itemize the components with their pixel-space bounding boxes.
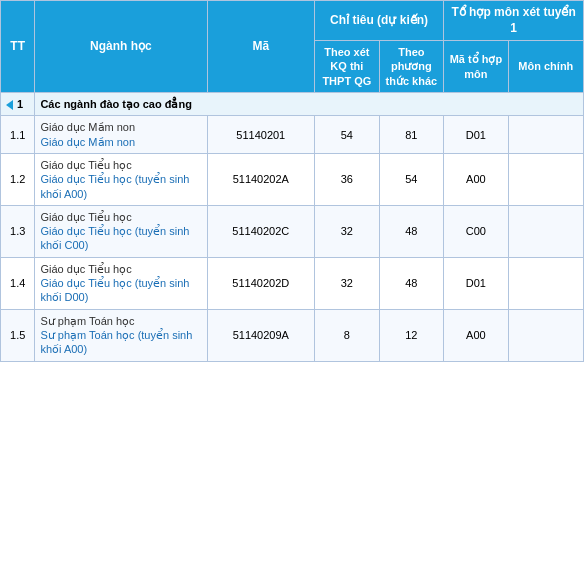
theo-phuong-thuc-cell: 48	[379, 257, 444, 309]
tt-cell: 1.2	[1, 153, 35, 205]
theo-phuong-thuc-cell: 12	[379, 309, 444, 361]
main-table: TT Ngành học Mã Chỉ tiêu (dự kiến) Tổ hợ…	[0, 0, 584, 362]
theo-xet-cell: 32	[315, 205, 380, 257]
theo-phuong-thuc-cell: 81	[379, 116, 444, 154]
nganh-link-text[interactable]: Giáo dục Tiểu học (tuyển sinh khối A00)	[40, 172, 201, 201]
header-nganh-hoc: Ngành học	[35, 1, 207, 93]
table-row: 1.1Giáo dục Mầm nonGiáo dục Mầm non51140…	[1, 116, 584, 154]
table-row: 1.3Giáo dục Tiểu họcGiáo dục Tiểu học (t…	[1, 205, 584, 257]
table-row: 1.4Giáo dục Tiểu họcGiáo dục Tiểu học (t…	[1, 257, 584, 309]
mon-chinh-cell	[508, 257, 583, 309]
ma-to-hop-cell: D01	[444, 116, 509, 154]
nganh-cell: Giáo dục Tiểu họcGiáo dục Tiểu học (tuyể…	[35, 205, 207, 257]
nganh-link-text[interactable]: Sư phạm Toán học (tuyển sinh khối A00)	[40, 328, 201, 357]
nganh-link-text[interactable]: Giáo dục Tiểu học (tuyển sinh khối D00)	[40, 276, 201, 305]
table-row: 1.5Sư phạm Toán họcSư phạm Toán học (tuy…	[1, 309, 584, 361]
nganh-link-text[interactable]: Giáo dục Tiểu học (tuyển sinh khối C00)	[40, 224, 201, 253]
nganh-main-text: Giáo dục Tiểu học	[40, 210, 201, 224]
nganh-link-text[interactable]: Giáo dục Mầm non	[40, 135, 201, 149]
ma-to-hop-cell: A00	[444, 153, 509, 205]
theo-phuong-thuc-cell: 48	[379, 205, 444, 257]
theo-xet-cell: 54	[315, 116, 380, 154]
mon-chinh-cell	[508, 153, 583, 205]
nganh-cell: Giáo dục Tiểu họcGiáo dục Tiểu học (tuyể…	[35, 153, 207, 205]
nganh-cell: Giáo dục Mầm nonGiáo dục Mầm non	[35, 116, 207, 154]
tt-cell: 1.5	[1, 309, 35, 361]
arrow-icon	[6, 100, 13, 110]
header-theo-phuong-thuc: Theo phương thức khác	[379, 41, 444, 93]
mon-chinh-cell	[508, 309, 583, 361]
header-tt: TT	[1, 1, 35, 93]
ma-cell: 51140201	[207, 116, 315, 154]
tt-cell: 1.1	[1, 116, 35, 154]
ma-cell: 51140202D	[207, 257, 315, 309]
theo-xet-cell: 8	[315, 309, 380, 361]
header-to-hop: Tổ hợp môn xét tuyển 1	[444, 1, 584, 41]
header-ma-to-hop: Mã tổ hợp môn	[444, 41, 509, 93]
table-row: 1.2Giáo dục Tiểu họcGiáo dục Tiểu học (t…	[1, 153, 584, 205]
table-row: 1Các ngành đào tạo cao đẳng	[1, 93, 584, 116]
nganh-main-text: Sư phạm Toán học	[40, 314, 201, 328]
header-mon-chinh: Môn chính	[508, 41, 583, 93]
ma-cell: 51140209A	[207, 309, 315, 361]
nganh-main-text: Giáo dục Mầm non	[40, 120, 201, 134]
nganh-cell: Các ngành đào tạo cao đẳng	[35, 93, 584, 116]
ma-cell: 51140202A	[207, 153, 315, 205]
tt-cell: 1	[1, 93, 35, 116]
theo-xet-cell: 36	[315, 153, 380, 205]
header-ma: Mã	[207, 1, 315, 93]
theo-xet-cell: 32	[315, 257, 380, 309]
nganh-main-text: Giáo dục Tiểu học	[40, 262, 201, 276]
theo-phuong-thuc-cell: 54	[379, 153, 444, 205]
nganh-cell: Sư phạm Toán họcSư phạm Toán học (tuyển …	[35, 309, 207, 361]
ma-to-hop-cell: C00	[444, 205, 509, 257]
mon-chinh-cell	[508, 205, 583, 257]
header-theo-xet: Theo xét KQ thi THPT QG	[315, 41, 380, 93]
ma-to-hop-cell: D01	[444, 257, 509, 309]
tt-cell: 1.3	[1, 205, 35, 257]
ma-cell: 51140202C	[207, 205, 315, 257]
mon-chinh-cell	[508, 116, 583, 154]
nganh-cell: Giáo dục Tiểu họcGiáo dục Tiểu học (tuyể…	[35, 257, 207, 309]
nganh-main-text: Giáo dục Tiểu học	[40, 158, 201, 172]
header-chi-tieu: Chỉ tiêu (dự kiến)	[315, 1, 444, 41]
ma-to-hop-cell: A00	[444, 309, 509, 361]
tt-cell: 1.4	[1, 257, 35, 309]
